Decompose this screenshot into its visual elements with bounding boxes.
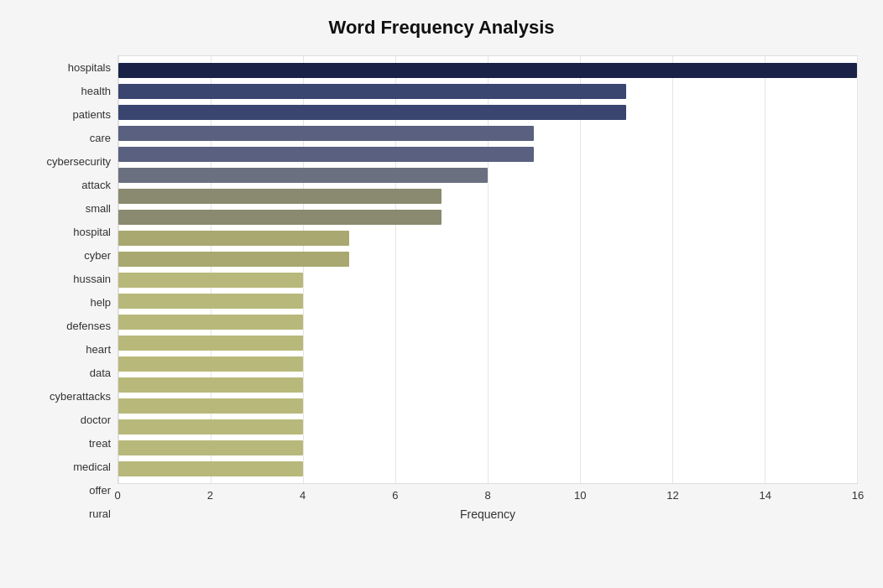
bar-row xyxy=(118,250,857,268)
bars-wrapper xyxy=(118,56,857,483)
y-label: cybersecurity xyxy=(25,149,111,173)
bar xyxy=(118,398,303,414)
bar-row xyxy=(118,271,857,289)
bar xyxy=(118,315,303,330)
y-label: rural xyxy=(25,502,111,526)
bar xyxy=(118,294,303,309)
bars-and-x: 0246810121416 Frequency xyxy=(118,55,858,526)
bar xyxy=(118,461,303,476)
bar xyxy=(118,419,303,434)
bar-row xyxy=(118,82,857,101)
y-label: heart xyxy=(25,338,111,362)
chart-area: hospitalshealthpatientscarecybersecurity… xyxy=(25,55,858,526)
x-tick-label: 14 xyxy=(760,489,771,502)
bar-row xyxy=(118,208,857,226)
grid-line xyxy=(857,56,858,483)
bar xyxy=(118,189,442,204)
x-tick-label: 2 xyxy=(207,489,213,502)
chart-container: Word Frequency Analysis hospitalshealthp… xyxy=(0,0,883,588)
bar-row xyxy=(118,355,857,373)
x-tick-label: 10 xyxy=(574,489,586,502)
y-label: cyber xyxy=(25,243,111,267)
bar-row xyxy=(118,145,857,164)
y-label: hospitals xyxy=(25,55,111,79)
x-tick-label: 6 xyxy=(392,489,398,502)
y-label: defenses xyxy=(25,315,111,338)
bar xyxy=(118,273,303,288)
y-label: health xyxy=(25,79,111,102)
bar xyxy=(118,147,534,162)
bar xyxy=(118,105,626,120)
y-label: offer xyxy=(25,479,111,502)
bar-row xyxy=(118,103,857,122)
bar xyxy=(118,252,349,267)
bar xyxy=(118,231,349,246)
bar xyxy=(118,63,857,78)
bar-row xyxy=(118,313,857,331)
bar-row xyxy=(118,334,857,352)
bar-row xyxy=(118,166,857,185)
y-label: attack xyxy=(25,173,111,196)
bar xyxy=(118,336,303,351)
y-label: treat xyxy=(25,432,111,455)
y-label: help xyxy=(25,290,111,314)
y-axis-labels: hospitalshealthpatientscarecybersecurity… xyxy=(25,55,118,526)
y-label: medical xyxy=(25,455,111,479)
y-label: doctor xyxy=(25,408,111,432)
y-label: hospital xyxy=(25,220,111,243)
x-tick-label: 16 xyxy=(852,489,864,502)
x-tick-label: 0 xyxy=(114,489,120,502)
x-tick-label: 8 xyxy=(484,489,490,502)
bar xyxy=(118,168,488,183)
x-tick-label: 4 xyxy=(300,489,306,502)
y-label: data xyxy=(25,362,111,385)
bar-row xyxy=(118,187,857,206)
bar xyxy=(118,210,442,225)
bar xyxy=(118,377,303,393)
bar xyxy=(118,84,626,99)
bars-section xyxy=(118,55,858,484)
y-label: small xyxy=(25,196,111,220)
bar xyxy=(118,356,303,372)
bar-row xyxy=(118,376,857,394)
x-tick-label: 12 xyxy=(666,489,678,502)
bar-row xyxy=(118,397,857,415)
bar-row xyxy=(118,418,857,436)
bar-row xyxy=(118,292,857,310)
y-label: hussain xyxy=(25,267,111,290)
bar xyxy=(118,440,303,455)
bar xyxy=(118,126,534,141)
bar-row xyxy=(118,439,857,457)
y-label: patients xyxy=(25,102,111,126)
bar-row xyxy=(118,61,857,80)
y-label: cyberattacks xyxy=(25,385,111,408)
bar-row xyxy=(118,124,857,143)
bar-row xyxy=(118,460,857,478)
bar-row xyxy=(118,229,857,247)
chart-title: Word Frequency Analysis xyxy=(25,17,858,39)
x-axis: 0246810121416 Frequency xyxy=(118,484,858,526)
x-axis-label: Frequency xyxy=(118,507,858,521)
y-label: care xyxy=(25,126,111,149)
